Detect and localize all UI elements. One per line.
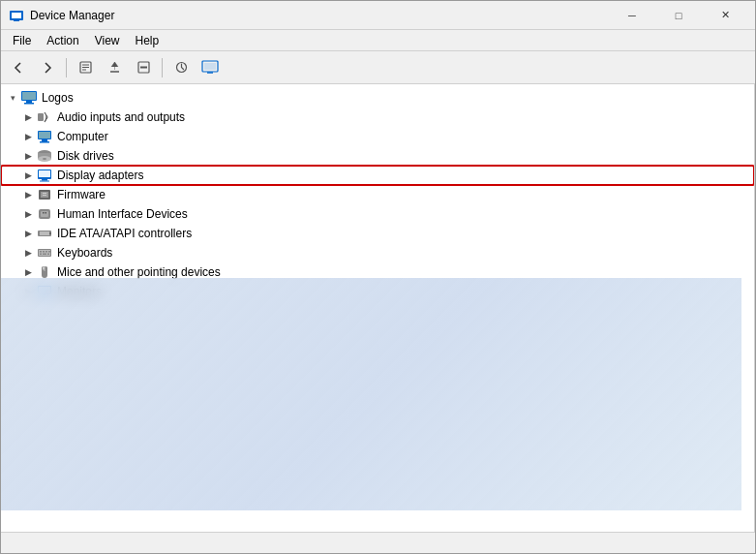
svg-rect-16 bbox=[26, 101, 32, 103]
svg-rect-50 bbox=[47, 254, 49, 256]
menu-view[interactable]: View bbox=[87, 30, 128, 50]
tree-item-hid[interactable]: ▶ Human Interface Devices bbox=[1, 204, 754, 224]
update-driver-button[interactable] bbox=[101, 55, 128, 80]
svg-rect-54 bbox=[39, 287, 50, 293]
svg-rect-17 bbox=[24, 103, 34, 105]
svg-rect-48 bbox=[40, 254, 42, 256]
tree-item-mouse[interactable]: ▶ Mice and other pointing devices bbox=[1, 262, 754, 282]
root-expander[interactable]: ▾ bbox=[5, 88, 20, 108]
ide-label: IDE ATA/ATAPI controllers bbox=[57, 227, 192, 240]
svg-rect-52 bbox=[43, 267, 45, 270]
main-area: ▾ Logos ▶ bbox=[1, 84, 755, 532]
disk-icon bbox=[36, 147, 53, 165]
status-bar bbox=[1, 532, 755, 553]
tree-item-keyboard[interactable]: ▶ Keyboards bbox=[1, 243, 754, 262]
display-settings-button[interactable] bbox=[197, 55, 224, 80]
hid-expander[interactable]: ▶ bbox=[20, 204, 36, 224]
disk-expander[interactable]: ▶ bbox=[20, 146, 36, 166]
svg-rect-55 bbox=[43, 294, 46, 296]
tree-item-firmware[interactable]: ▶ Firmware bbox=[1, 185, 754, 204]
svg-rect-45 bbox=[43, 251, 45, 253]
ide-expander[interactable]: ▶ bbox=[20, 224, 36, 243]
forward-button[interactable] bbox=[34, 55, 61, 80]
monitor-expander[interactable]: ▶ bbox=[20, 282, 36, 301]
svg-rect-38 bbox=[45, 212, 47, 214]
svg-rect-1 bbox=[12, 13, 21, 18]
svg-rect-2 bbox=[14, 19, 19, 21]
toolbar bbox=[1, 51, 755, 84]
svg-rect-40 bbox=[40, 231, 49, 235]
maximize-button[interactable]: □ bbox=[656, 1, 701, 30]
svg-rect-41 bbox=[49, 232, 51, 234]
svg-rect-49 bbox=[43, 254, 46, 256]
keyboard-label: Keyboards bbox=[57, 246, 112, 260]
svg-rect-34 bbox=[43, 195, 46, 196]
svg-rect-56 bbox=[41, 296, 48, 297]
firmware-label: Firmware bbox=[57, 188, 106, 201]
properties-button[interactable] bbox=[72, 55, 99, 80]
svg-rect-12 bbox=[204, 63, 216, 70]
app-icon bbox=[9, 8, 24, 23]
menu-help[interactable]: Help bbox=[128, 30, 167, 50]
audio-label: Audio inputs and outputs bbox=[57, 110, 185, 124]
scan-hardware-button[interactable] bbox=[167, 55, 195, 80]
tree-item-audio[interactable]: ▶ Audio inputs and outputs bbox=[1, 108, 754, 127]
svg-rect-43 bbox=[39, 250, 50, 256]
audio-expander[interactable]: ▶ bbox=[20, 108, 36, 127]
svg-rect-30 bbox=[40, 181, 49, 182]
minimize-button[interactable]: ─ bbox=[610, 1, 654, 30]
computer-icon bbox=[36, 128, 53, 145]
monitor-label: Monitors bbox=[57, 285, 102, 298]
menu-bar: File Action View Help bbox=[1, 30, 755, 51]
mouse-label: Mice and other pointing devices bbox=[57, 265, 221, 279]
display-icon bbox=[36, 167, 53, 184]
title-bar: Device Manager ─ □ ✕ bbox=[1, 1, 755, 30]
keyboard-expander[interactable]: ▶ bbox=[20, 243, 36, 262]
toolbar-separator-1 bbox=[66, 58, 67, 77]
display-label: Display adapters bbox=[57, 169, 143, 182]
hid-icon bbox=[36, 205, 53, 223]
svg-rect-47 bbox=[48, 251, 50, 253]
mouse-expander[interactable]: ▶ bbox=[20, 262, 36, 282]
firmware-icon bbox=[36, 186, 53, 203]
toolbar-separator-2 bbox=[162, 58, 163, 77]
display-expander[interactable]: ▶ bbox=[20, 166, 36, 185]
device-tree[interactable]: ▾ Logos ▶ bbox=[1, 84, 755, 532]
tree-root[interactable]: ▾ Logos bbox=[1, 88, 754, 108]
svg-point-26 bbox=[43, 158, 46, 160]
svg-rect-15 bbox=[22, 92, 36, 100]
root-label: Logos bbox=[42, 91, 74, 105]
ide-icon bbox=[36, 225, 53, 242]
menu-file[interactable]: File bbox=[5, 30, 39, 50]
tree-item-monitor[interactable]: ▶ Monitors bbox=[1, 282, 754, 301]
window-title: Device Manager bbox=[30, 9, 610, 22]
close-button[interactable]: ✕ bbox=[703, 1, 747, 30]
root-computer-icon bbox=[20, 89, 38, 107]
uninstall-button[interactable] bbox=[130, 55, 157, 80]
svg-rect-21 bbox=[42, 139, 47, 141]
tree-item-ide[interactable]: ▶ IDE ATA/ATAPI controllers bbox=[1, 224, 754, 243]
disk-label: Disk drives bbox=[57, 149, 114, 163]
svg-rect-20 bbox=[39, 132, 50, 138]
svg-rect-22 bbox=[40, 141, 49, 143]
tree-item-computer[interactable]: ▶ Computer bbox=[1, 127, 754, 146]
tree-item-disk[interactable]: ▶ Disk drives bbox=[1, 146, 754, 166]
back-button[interactable] bbox=[5, 55, 32, 80]
mouse-icon bbox=[36, 263, 53, 281]
svg-rect-36 bbox=[41, 211, 48, 217]
svg-rect-29 bbox=[42, 179, 47, 181]
svg-rect-37 bbox=[43, 212, 45, 214]
svg-rect-33 bbox=[43, 193, 46, 194]
window: Device Manager ─ □ ✕ File Action View He… bbox=[0, 0, 756, 554]
window-controls: ─ □ ✕ bbox=[610, 1, 747, 30]
audio-icon bbox=[36, 108, 53, 126]
monitor-icon bbox=[36, 283, 53, 300]
hid-label: Human Interface Devices bbox=[57, 207, 188, 221]
svg-rect-44 bbox=[40, 251, 42, 253]
svg-rect-18 bbox=[38, 113, 44, 121]
svg-rect-28 bbox=[39, 170, 50, 177]
computer-expander[interactable]: ▶ bbox=[20, 127, 36, 146]
menu-action[interactable]: Action bbox=[39, 30, 86, 50]
firmware-expander[interactable]: ▶ bbox=[20, 185, 36, 204]
tree-item-display[interactable]: ▶ Display adapters bbox=[1, 166, 754, 185]
